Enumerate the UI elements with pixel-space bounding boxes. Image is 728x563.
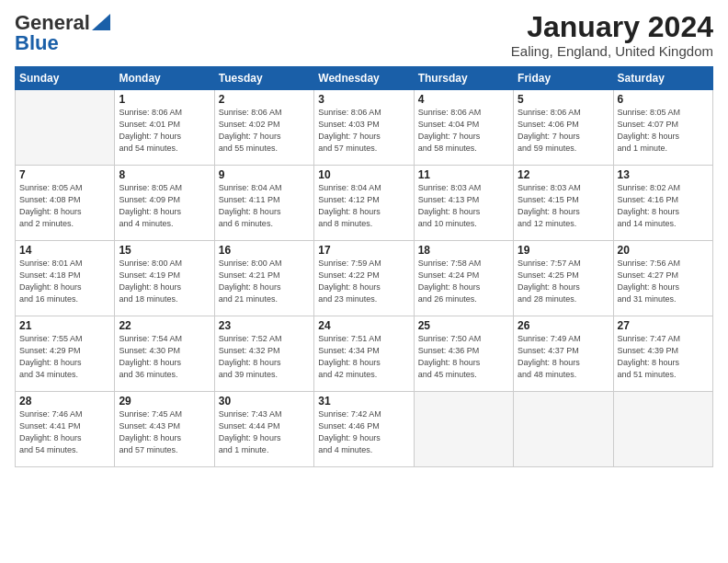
logo: General Blue <box>15 11 110 55</box>
day-info: Sunrise: 8:00 AMSunset: 4:19 PMDaylight:… <box>119 258 210 305</box>
day-number: 29 <box>119 395 210 408</box>
calendar-cell: 31Sunrise: 7:42 AMSunset: 4:46 PMDayligh… <box>314 392 414 467</box>
day-info: Sunrise: 8:06 AMSunset: 4:01 PMDaylight:… <box>119 107 210 155</box>
day-info: Sunrise: 7:55 AMSunset: 4:29 PMDaylight:… <box>19 333 110 381</box>
day-info: Sunrise: 7:50 AMSunset: 4:36 PMDaylight:… <box>418 333 509 381</box>
day-info: Sunrise: 7:56 AMSunset: 4:27 PMDaylight:… <box>618 258 709 305</box>
calendar-cell: 6Sunrise: 8:05 AMSunset: 4:07 PMDaylight… <box>613 90 712 166</box>
day-number: 4 <box>418 93 509 106</box>
day-number: 15 <box>119 244 210 257</box>
day-info: Sunrise: 8:03 AMSunset: 4:13 PMDaylight:… <box>418 182 509 230</box>
day-number: 23 <box>219 319 310 332</box>
day-number: 10 <box>318 168 409 181</box>
calendar-cell: 15Sunrise: 8:00 AMSunset: 4:19 PMDayligh… <box>115 241 214 316</box>
day-number: 20 <box>618 244 709 257</box>
day-number: 2 <box>219 93 310 106</box>
day-info: Sunrise: 7:42 AMSunset: 4:46 PMDaylight:… <box>318 408 409 456</box>
calendar-cell: 18Sunrise: 7:58 AMSunset: 4:24 PMDayligh… <box>414 241 513 316</box>
day-number: 28 <box>19 395 110 408</box>
calendar-cell <box>414 392 513 467</box>
calendar-cell: 20Sunrise: 7:56 AMSunset: 4:27 PMDayligh… <box>613 241 712 316</box>
week-row-3: 21Sunrise: 7:55 AMSunset: 4:29 PMDayligh… <box>16 316 713 392</box>
day-number: 24 <box>318 319 409 332</box>
weekday-header-row: Sunday Monday Tuesday Wednesday Thursday… <box>16 67 713 90</box>
day-number: 26 <box>518 319 609 332</box>
day-number: 5 <box>518 93 609 106</box>
day-info: Sunrise: 8:01 AMSunset: 4:18 PMDaylight:… <box>19 258 110 305</box>
day-info: Sunrise: 8:06 AMSunset: 4:02 PMDaylight:… <box>219 107 310 155</box>
header-thursday: Thursday <box>414 67 513 90</box>
calendar-cell: 22Sunrise: 7:54 AMSunset: 4:30 PMDayligh… <box>115 316 214 392</box>
day-number: 14 <box>19 244 110 257</box>
day-number: 25 <box>418 319 509 332</box>
calendar-cell: 19Sunrise: 7:57 AMSunset: 4:25 PMDayligh… <box>514 241 613 316</box>
day-info: Sunrise: 7:45 AMSunset: 4:43 PMDaylight:… <box>119 408 210 456</box>
calendar-cell <box>613 392 712 467</box>
main-container: General Blue January 2024 Ealing, Englan… <box>0 0 728 563</box>
header-saturday: Saturday <box>613 67 712 90</box>
day-info: Sunrise: 7:58 AMSunset: 4:24 PMDaylight:… <box>418 258 509 305</box>
day-number: 8 <box>119 168 210 181</box>
day-info: Sunrise: 8:02 AMSunset: 4:16 PMDaylight:… <box>618 182 709 230</box>
day-number: 11 <box>418 168 509 181</box>
day-info: Sunrise: 8:00 AMSunset: 4:21 PMDaylight:… <box>219 258 310 305</box>
calendar-cell: 17Sunrise: 7:59 AMSunset: 4:22 PMDayligh… <box>314 241 414 316</box>
calendar-table: Sunday Monday Tuesday Wednesday Thursday… <box>15 66 713 467</box>
header-monday: Monday <box>115 67 214 90</box>
day-info: Sunrise: 7:52 AMSunset: 4:32 PMDaylight:… <box>219 333 310 381</box>
header-wednesday: Wednesday <box>314 67 414 90</box>
calendar-cell: 30Sunrise: 7:43 AMSunset: 4:44 PMDayligh… <box>214 392 313 467</box>
day-info: Sunrise: 7:51 AMSunset: 4:34 PMDaylight:… <box>318 333 409 381</box>
day-number: 9 <box>219 168 310 181</box>
logo-icon <box>92 14 110 30</box>
day-number: 30 <box>219 395 310 408</box>
week-row-1: 7Sunrise: 8:05 AMSunset: 4:08 PMDaylight… <box>16 166 713 241</box>
calendar-cell: 9Sunrise: 8:04 AMSunset: 4:11 PMDaylight… <box>214 166 313 241</box>
day-number: 31 <box>318 395 409 408</box>
calendar-cell: 1Sunrise: 8:06 AMSunset: 4:01 PMDaylight… <box>115 90 214 166</box>
day-number: 7 <box>19 168 110 181</box>
calendar-cell: 2Sunrise: 8:06 AMSunset: 4:02 PMDaylight… <box>214 90 313 166</box>
calendar-cell: 13Sunrise: 8:02 AMSunset: 4:16 PMDayligh… <box>613 166 712 241</box>
day-info: Sunrise: 8:04 AMSunset: 4:12 PMDaylight:… <box>318 182 409 230</box>
calendar-cell: 8Sunrise: 8:05 AMSunset: 4:09 PMDaylight… <box>115 166 214 241</box>
day-number: 6 <box>618 93 709 106</box>
day-number: 27 <box>618 319 709 332</box>
week-row-2: 14Sunrise: 8:01 AMSunset: 4:18 PMDayligh… <box>16 241 713 316</box>
day-info: Sunrise: 8:05 AMSunset: 4:08 PMDaylight:… <box>19 182 110 230</box>
day-number: 1 <box>119 93 210 106</box>
day-number: 18 <box>418 244 509 257</box>
calendar-cell: 10Sunrise: 8:04 AMSunset: 4:12 PMDayligh… <box>314 166 414 241</box>
title-block: January 2024 Ealing, England, United Kin… <box>511 11 713 59</box>
month-title: January 2024 <box>511 11 713 43</box>
day-info: Sunrise: 8:03 AMSunset: 4:15 PMDaylight:… <box>518 182 609 230</box>
svg-marker-0 <box>92 14 110 30</box>
day-number: 21 <box>19 319 110 332</box>
day-number: 16 <box>219 244 310 257</box>
day-info: Sunrise: 7:57 AMSunset: 4:25 PMDaylight:… <box>518 258 609 305</box>
day-number: 22 <box>119 319 210 332</box>
calendar-cell: 5Sunrise: 8:06 AMSunset: 4:06 PMDaylight… <box>514 90 613 166</box>
calendar-cell: 7Sunrise: 8:05 AMSunset: 4:08 PMDaylight… <box>16 166 115 241</box>
calendar-cell: 12Sunrise: 8:03 AMSunset: 4:15 PMDayligh… <box>514 166 613 241</box>
day-info: Sunrise: 7:54 AMSunset: 4:30 PMDaylight:… <box>119 333 210 381</box>
calendar-cell: 4Sunrise: 8:06 AMSunset: 4:04 PMDaylight… <box>414 90 513 166</box>
calendar-cell: 16Sunrise: 8:00 AMSunset: 4:21 PMDayligh… <box>214 241 313 316</box>
day-info: Sunrise: 7:59 AMSunset: 4:22 PMDaylight:… <box>318 258 409 305</box>
day-info: Sunrise: 7:43 AMSunset: 4:44 PMDaylight:… <box>219 408 310 456</box>
header-friday: Friday <box>514 67 613 90</box>
day-info: Sunrise: 8:05 AMSunset: 4:09 PMDaylight:… <box>119 182 210 230</box>
location-subtitle: Ealing, England, United Kingdom <box>511 43 713 59</box>
calendar-cell: 29Sunrise: 7:45 AMSunset: 4:43 PMDayligh… <box>115 392 214 467</box>
calendar-cell: 25Sunrise: 7:50 AMSunset: 4:36 PMDayligh… <box>414 316 513 392</box>
calendar-cell <box>16 90 115 166</box>
calendar-cell: 14Sunrise: 8:01 AMSunset: 4:18 PMDayligh… <box>16 241 115 316</box>
calendar-cell: 21Sunrise: 7:55 AMSunset: 4:29 PMDayligh… <box>16 316 115 392</box>
calendar-cell <box>514 392 613 467</box>
day-info: Sunrise: 8:06 AMSunset: 4:03 PMDaylight:… <box>318 107 409 155</box>
day-number: 19 <box>518 244 609 257</box>
day-number: 3 <box>318 93 409 106</box>
calendar-cell: 28Sunrise: 7:46 AMSunset: 4:41 PMDayligh… <box>16 392 115 467</box>
day-number: 13 <box>618 168 709 181</box>
day-number: 12 <box>518 168 609 181</box>
